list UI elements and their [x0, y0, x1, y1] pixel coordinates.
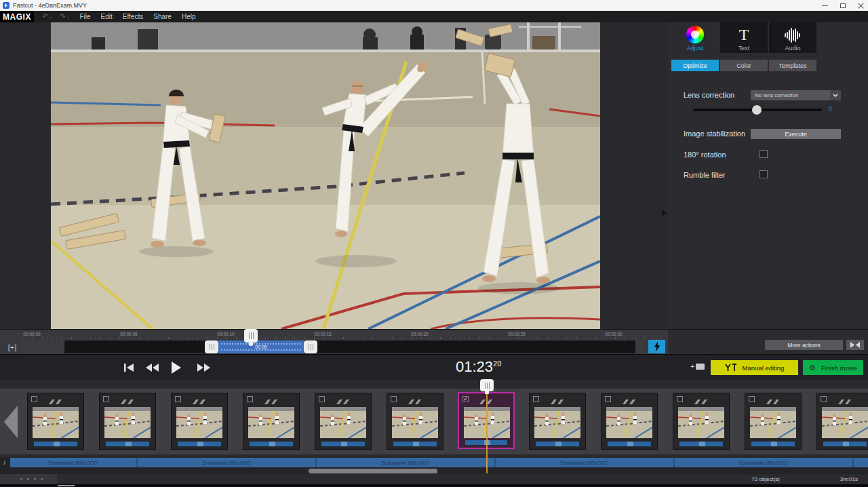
clip-checkbox[interactable] — [247, 396, 253, 402]
manual-editing-button[interactable]: Manual editing — [711, 360, 798, 375]
panel-collapse-arrow[interactable] — [662, 209, 667, 217]
clip-thumbnail[interactable] — [27, 393, 84, 450]
ruler-tick — [421, 337, 422, 339]
clip-preview-image — [606, 407, 652, 438]
ruler-tick — [479, 337, 480, 339]
clip-checkbox[interactable] — [103, 396, 109, 402]
menu-item-share[interactable]: Share — [153, 13, 172, 20]
clip-thumbnail[interactable] — [315, 393, 372, 450]
clip-checkbox[interactable] — [749, 396, 755, 402]
text-icon: T — [739, 26, 749, 43]
selection-end-handle[interactable] — [304, 340, 317, 353]
rotation-checkbox[interactable] — [760, 150, 768, 158]
transition-icon[interactable] — [192, 395, 207, 408]
clip-checkbox[interactable] — [31, 396, 37, 402]
scrollbar-thumb[interactable] — [309, 469, 437, 473]
timeline-scrollbar[interactable] — [0, 468, 868, 474]
transition-icon[interactable] — [694, 395, 709, 408]
audio-clip-segment[interactable]: Erotomania 180s.OGG — [10, 458, 138, 467]
clip-thumbnail[interactable] — [529, 393, 586, 450]
lens-correction-dropdown[interactable]: No lens correction — [751, 90, 841, 100]
clip-thumbnail[interactable] — [745, 393, 802, 450]
ruler-timecode: 00:00:10 — [217, 332, 234, 336]
slider-handle[interactable] — [752, 105, 762, 115]
subtab-templates[interactable]: Templates — [769, 60, 816, 71]
clip-duration-bar — [608, 442, 651, 446]
transition-icon[interactable] — [837, 395, 852, 408]
add-clip-button[interactable]: [+] — [5, 340, 20, 353]
tab-text[interactable]: T Text — [720, 22, 768, 53]
tab-adjust[interactable]: Adjust — [671, 22, 719, 53]
clip-thumbnail[interactable] — [816, 393, 868, 450]
transition-icon[interactable] — [622, 395, 637, 408]
transition-icon[interactable] — [766, 395, 781, 408]
transition-icon[interactable] — [48, 395, 63, 408]
lens-correction-slider[interactable] — [693, 109, 822, 111]
minimize-button[interactable] — [822, 5, 828, 6]
execute-button[interactable]: Execute — [751, 129, 841, 139]
plus-icon: + — [690, 363, 694, 370]
audio-clip-segment[interactable]: Erotomania 180s.OGG — [138, 458, 317, 467]
menu-item-effects[interactable]: Effects — [123, 13, 143, 20]
clip-checkbox[interactable] — [391, 396, 397, 402]
clip-checkbox[interactable] — [821, 396, 827, 402]
audio-clip-segment[interactable]: Erotomania 180s.OGG — [496, 458, 675, 467]
clip-thumbnail[interactable] — [601, 393, 658, 450]
collapse-timeline-button[interactable] — [846, 340, 864, 350]
ruler-tick — [576, 337, 577, 339]
close-button[interactable] — [858, 3, 864, 9]
fast-forward-button[interactable] — [197, 361, 211, 374]
transition-icon[interactable] — [120, 395, 135, 408]
skip-start-button[interactable] — [123, 361, 134, 374]
clip-preview-image — [392, 407, 438, 438]
menu-item-edit[interactable]: Edit — [101, 13, 113, 20]
clip-checkbox[interactable] — [605, 396, 611, 402]
clip-thumbnail[interactable] — [387, 393, 443, 450]
ruler-tick — [159, 337, 159, 339]
ruler-tick — [32, 337, 33, 339]
clip-checkbox[interactable]: ✓ — [462, 396, 469, 402]
scroll-left-arrow[interactable] — [4, 406, 18, 438]
maximize-button[interactable] — [840, 3, 846, 8]
audio-track[interactable]: ♪ Erotomania 180s.OGGErotomania 180s.OGG… — [0, 458, 868, 468]
clip-thumbnail[interactable] — [99, 393, 156, 450]
audio-clip-segment[interactable]: Erotomania 180s.OGG — [675, 458, 854, 467]
rewind-button[interactable] — [145, 361, 159, 374]
more-actions-button[interactable]: More actions — [765, 340, 843, 350]
clip-thumbnail[interactable] — [673, 393, 730, 450]
transport-bar: 01:2320 + Manual editing ⚙ Finish movie — [0, 354, 868, 380]
redo-button[interactable]: ↷▾ — [60, 12, 69, 21]
clip-thumbnail[interactable] — [171, 393, 228, 450]
transition-icon[interactable] — [264, 395, 279, 408]
clip-checkbox[interactable] — [677, 396, 683, 402]
tab-audio[interactable]: Audio — [769, 22, 816, 53]
add-track-button[interactable]: + — [690, 363, 705, 370]
filmstrip-playhead[interactable] — [480, 379, 494, 391]
ruler-tick — [353, 337, 353, 339]
finish-movie-button[interactable]: ⚙ Finish movie — [803, 360, 863, 375]
scrubber-track[interactable]: 00:05 — [22, 340, 644, 353]
transition-icon[interactable] — [336, 395, 351, 408]
audio-clip-segment[interactable]: Erotomania 180s.OGG — [317, 458, 496, 467]
undo-button[interactable]: ↶▾ — [42, 12, 52, 21]
transition-icon[interactable] — [550, 395, 565, 408]
menu-items: FileEditEffectsShareHelp — [79, 13, 195, 20]
audio-clip-label: Erotomania 180s.OGG — [739, 461, 787, 465]
clip-checkbox[interactable] — [175, 396, 181, 402]
play-button[interactable] — [171, 361, 182, 374]
menu-item-file[interactable]: File — [79, 13, 90, 20]
clip-preview-image — [320, 407, 366, 438]
selection-region[interactable]: 00:05 — [205, 340, 317, 353]
audio-clip-segment[interactable]: Erotomania 180s.OGG — [854, 458, 868, 467]
auto-edit-button[interactable] — [648, 340, 665, 353]
clip-checkbox[interactable] — [319, 396, 325, 402]
clip-checkbox[interactable] — [533, 396, 539, 402]
clip-thumbnail[interactable] — [243, 393, 300, 450]
subtab-color[interactable]: Color — [720, 60, 768, 71]
subtab-optimize[interactable]: Optimize — [671, 60, 719, 71]
menu-item-help[interactable]: Help — [182, 13, 196, 20]
rumble-filter-checkbox[interactable] — [760, 170, 768, 178]
transition-icon[interactable] — [408, 395, 422, 408]
selection-start-handle[interactable] — [205, 340, 218, 353]
scrubber-playhead[interactable] — [244, 329, 258, 343]
